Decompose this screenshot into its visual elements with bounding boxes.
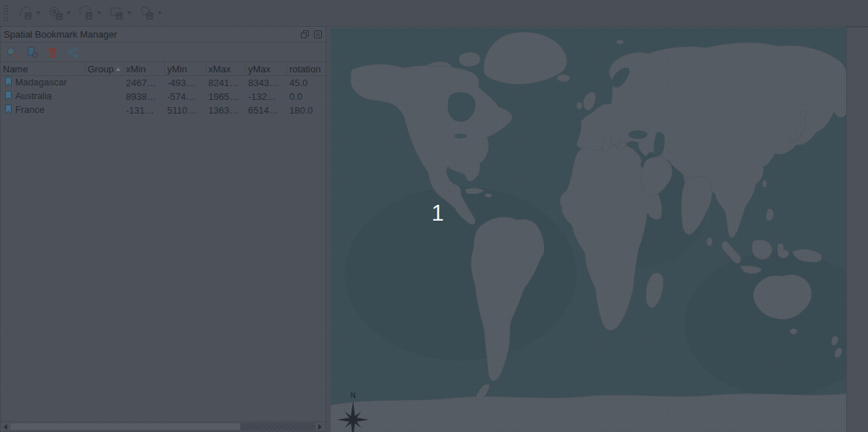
edit-bookmark-button[interactable] <box>25 46 38 59</box>
step-marker-1: 1 <box>425 200 450 226</box>
bookmark-icon <box>4 77 12 89</box>
bookmark-options-dropdown[interactable] <box>158 12 162 14</box>
new-bookmark-icon <box>17 5 33 21</box>
map-canvas[interactable]: 1 N <box>331 27 846 432</box>
column-header-group[interactable]: Group▲ <box>85 62 124 75</box>
show-bookmark-manager-icon <box>78 5 94 21</box>
edit-bookmarks-button[interactable] <box>46 4 73 22</box>
show-bookmark-manager-dropdown[interactable] <box>97 12 101 14</box>
spatial-bookmark-manager-panel: Spatial Bookmark Manager <box>0 27 326 432</box>
column-header-xmax[interactable]: xMax <box>206 62 246 75</box>
panel-titlebar: Spatial Bookmark Manager <box>1 27 326 43</box>
bookmarks-table: Name Group▲ xMin yMin xMax yMax rotation… <box>1 62 326 405</box>
bookmark-row-australia[interactable]: Australia 8938… -574… 1965… -132… 0.0 <box>1 90 326 103</box>
scroll-right-button[interactable] <box>315 422 324 431</box>
show-bookmark-manager-button[interactable] <box>76 4 103 22</box>
bookmarks-table-header: Name Group▲ xMin yMin xMax yMax rotation <box>1 62 326 76</box>
float-panel-button[interactable] <box>299 30 310 40</box>
svg-text:N: N <box>350 391 355 399</box>
horizontal-scrollbar[interactable] <box>1 421 326 431</box>
bookmark-extent-button[interactable] <box>106 4 134 22</box>
import-export-bookmarks-button[interactable] <box>66 46 79 59</box>
table-empty-area <box>1 117 326 405</box>
bookmark-row-france[interactable]: France -131… 5110… 1363… 6514… 180.0 <box>1 103 326 117</box>
right-empty-area <box>846 27 868 432</box>
main-toolbar <box>0 0 868 27</box>
north-arrow-compass: N <box>336 389 370 432</box>
new-bookmark-dropdown[interactable] <box>36 12 41 14</box>
column-header-ymin[interactable]: yMin <box>165 62 206 75</box>
scrollbar-groove[interactable] <box>241 423 315 431</box>
close-panel-button[interactable] <box>312 30 323 40</box>
zoom-to-bookmark-button[interactable] <box>5 46 18 59</box>
bookmark-options-button[interactable] <box>137 4 164 22</box>
sort-ascending-icon: ▲ <box>115 66 121 72</box>
edit-bookmarks-icon <box>48 5 64 21</box>
column-header-rotation[interactable]: rotation <box>287 62 323 75</box>
world-map <box>331 27 846 432</box>
column-header-name[interactable]: Name <box>1 62 85 75</box>
edit-bookmarks-dropdown[interactable] <box>67 12 71 14</box>
bookmark-extent-icon <box>109 5 124 21</box>
bookmark-extent-dropdown[interactable] <box>127 12 132 14</box>
scrollbar-thumb[interactable] <box>9 423 241 431</box>
column-header-ymax[interactable]: yMax <box>246 62 287 75</box>
toolbar-drag-handle[interactable] <box>3 4 8 22</box>
bookmark-icon <box>4 90 12 103</box>
new-bookmark-button[interactable] <box>15 4 43 22</box>
column-header-xmin[interactable]: xMin <box>124 62 165 75</box>
scroll-left-button[interactable] <box>1 422 9 431</box>
bookmark-icon <box>4 104 12 117</box>
panel-title: Spatial Bookmark Manager <box>4 29 297 40</box>
panel-toolbar <box>1 43 326 62</box>
bookmark-options-icon <box>139 5 155 21</box>
bookmark-row-madagascar[interactable]: Madagascar 2467… -493… 8241… 8343… 45.0 <box>1 76 326 90</box>
delete-bookmark-button[interactable] <box>46 46 59 59</box>
